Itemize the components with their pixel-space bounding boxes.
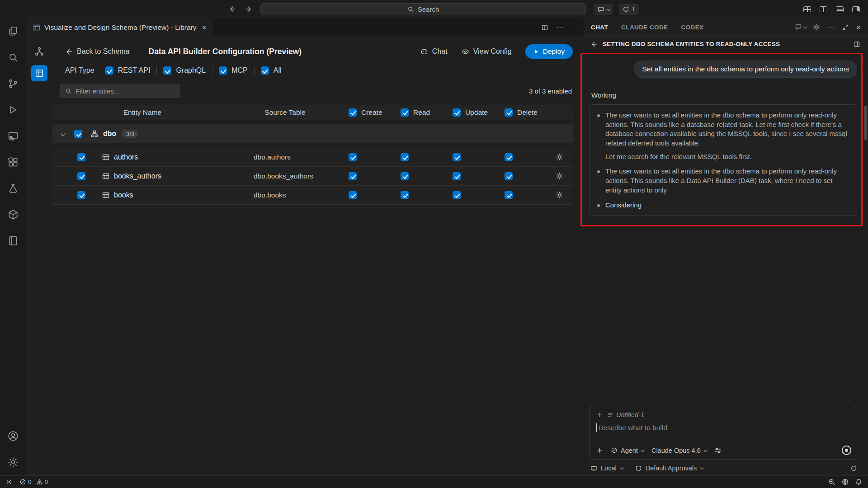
history-back-icon[interactable] — [226, 3, 239, 15]
delete-checkbox[interactable] — [505, 191, 513, 199]
notebook-icon[interactable] — [5, 233, 21, 249]
command-center-search[interactable]: Search — [260, 3, 586, 15]
tab-chat[interactable]: CHAT — [591, 24, 608, 31]
configure-api-icon[interactable] — [31, 65, 47, 81]
update-all-checkbox[interactable] — [453, 108, 461, 117]
chat-more-icon[interactable]: ··· — [827, 23, 835, 31]
bell-icon[interactable] — [855, 478, 863, 486]
update-checkbox[interactable] — [453, 191, 461, 199]
toggle-panel-icon[interactable] — [834, 3, 845, 15]
approvals-picker[interactable]: Default Approvals — [635, 465, 703, 472]
settings-gear-icon[interactable] — [5, 455, 21, 470]
tools-sliders-icon[interactable] — [714, 447, 722, 454]
close-panel-icon[interactable]: × — [856, 23, 861, 32]
group-checkbox[interactable] — [74, 130, 82, 138]
model-picker[interactable]: Claude Opus 4.6 — [651, 447, 707, 454]
attach-icon[interactable] — [596, 447, 603, 454]
split-editor-icon[interactable] — [817, 3, 829, 15]
toggle-secondary-sidebar-icon[interactable] — [850, 3, 862, 15]
chat-message-list[interactable]: Set all entities in the dbo schema to pe… — [584, 52, 868, 406]
table-row-books[interactable]: books dbo.books — [52, 186, 573, 205]
testing-icon[interactable] — [5, 181, 21, 196]
row-settings-icon[interactable] — [546, 191, 573, 199]
update-checkbox[interactable] — [453, 153, 461, 161]
maximize-panel-icon[interactable] — [842, 24, 849, 31]
create-checkbox[interactable] — [349, 153, 357, 161]
row-checkbox[interactable] — [77, 153, 85, 161]
table-row-authors[interactable]: authors dbo.authors — [52, 148, 573, 167]
tab-claude-code[interactable]: CLAUDE CODE — [621, 24, 668, 31]
explorer-icon[interactable] — [5, 23, 21, 39]
update-checkbox[interactable] — [453, 172, 461, 180]
create-checkbox[interactable] — [349, 191, 357, 199]
remote-explorer-icon[interactable] — [5, 128, 21, 144]
context-file-pill[interactable]: Untitled-1 — [607, 411, 644, 418]
visualize-schema-icon[interactable] — [31, 43, 47, 60]
chat-history-icon[interactable] — [795, 23, 806, 31]
voice-record-button[interactable] — [842, 446, 851, 455]
close-tab-icon[interactable]: × — [202, 23, 207, 32]
chat-settings-gear-icon[interactable] — [813, 23, 820, 31]
arrow-left-icon[interactable] — [590, 41, 598, 48]
mode-picker[interactable]: Agent — [611, 447, 644, 454]
read-checkbox[interactable] — [401, 191, 409, 199]
row-settings-icon[interactable] — [546, 172, 573, 180]
rest-api-checkbox[interactable] — [105, 66, 113, 75]
add-context-icon[interactable] — [596, 412, 603, 418]
back-to-schema-link[interactable]: Back to Schema — [65, 47, 130, 56]
delete-all-checkbox[interactable] — [505, 108, 513, 117]
language-globe-icon[interactable] — [841, 478, 849, 486]
zoom-in-icon[interactable] — [828, 478, 835, 486]
api-option-graphql[interactable]: GraphQL — [163, 66, 206, 75]
warnings-indicator[interactable]: 0 — [36, 479, 48, 485]
table-row-books-authors[interactable]: books_authors dbo.books_authors — [52, 167, 573, 186]
chat-action-button[interactable]: Chat — [420, 47, 448, 56]
errors-indicator[interactable]: 0 — [19, 479, 32, 485]
expand-chevron-icon[interactable] — [61, 131, 66, 136]
thinking-container[interactable]: The user wants to set all entities in th… — [590, 104, 857, 216]
search-view-icon[interactable] — [5, 50, 21, 65]
account-icon[interactable] — [5, 428, 21, 444]
target-picker[interactable]: Local — [590, 465, 623, 472]
read-checkbox[interactable] — [401, 153, 409, 161]
create-checkbox[interactable] — [349, 172, 357, 180]
delete-checkbox[interactable] — [505, 172, 513, 180]
row-checkbox[interactable] — [77, 191, 85, 199]
api-option-rest[interactable]: REST API — [105, 66, 151, 75]
package-icon[interactable] — [5, 207, 21, 222]
read-checkbox[interactable] — [401, 172, 409, 180]
api-option-all[interactable]: All — [261, 66, 282, 75]
filter-entities-input[interactable] — [60, 84, 180, 98]
more-actions-icon[interactable]: ··· — [556, 24, 565, 31]
create-header: Create — [338, 108, 390, 117]
delete-checkbox[interactable] — [505, 153, 513, 161]
view-config-button[interactable]: View Config — [461, 47, 512, 56]
tab-codex[interactable]: CODEX — [681, 24, 704, 31]
read-all-checkbox[interactable] — [401, 108, 409, 117]
run-debug-icon[interactable] — [5, 102, 21, 117]
source-control-icon[interactable] — [5, 76, 21, 91]
split-editor-right-icon[interactable] — [541, 24, 548, 31]
extensions-icon[interactable] — [5, 155, 21, 170]
api-option-mcp[interactable]: MCP — [219, 66, 248, 75]
chat-input-placeholder[interactable]: Describe what to build — [599, 424, 668, 432]
filter-entities-field[interactable] — [75, 87, 175, 95]
open-session-in-editor-icon[interactable] — [853, 41, 860, 48]
refresh-icon[interactable] — [850, 465, 857, 472]
remote-indicator-icon[interactable] — [5, 479, 12, 485]
all-checkbox[interactable] — [261, 66, 269, 75]
graphql-checkbox[interactable] — [163, 66, 171, 75]
history-forward-icon[interactable] — [242, 3, 255, 15]
tab-visualize-design-schema[interactable]: Visualize and Design Schema (Preview) - … — [26, 18, 212, 37]
chat-input-box[interactable]: Untitled-1 Describe what to build Agent — [590, 406, 857, 460]
create-all-checkbox[interactable] — [349, 108, 357, 117]
schema-group-row[interactable]: dbo 3/3 — [52, 124, 573, 143]
row-settings-icon[interactable] — [546, 153, 573, 161]
scrollbar-thumb[interactable] — [864, 106, 867, 140]
deploy-button[interactable]: Deploy — [525, 44, 573, 59]
customize-layout-icon[interactable] — [801, 3, 813, 15]
agent-sessions-button[interactable] — [594, 4, 613, 15]
session-count-button[interactable]: 1 — [619, 4, 639, 15]
mcp-checkbox[interactable] — [219, 66, 227, 75]
row-checkbox[interactable] — [77, 172, 85, 180]
